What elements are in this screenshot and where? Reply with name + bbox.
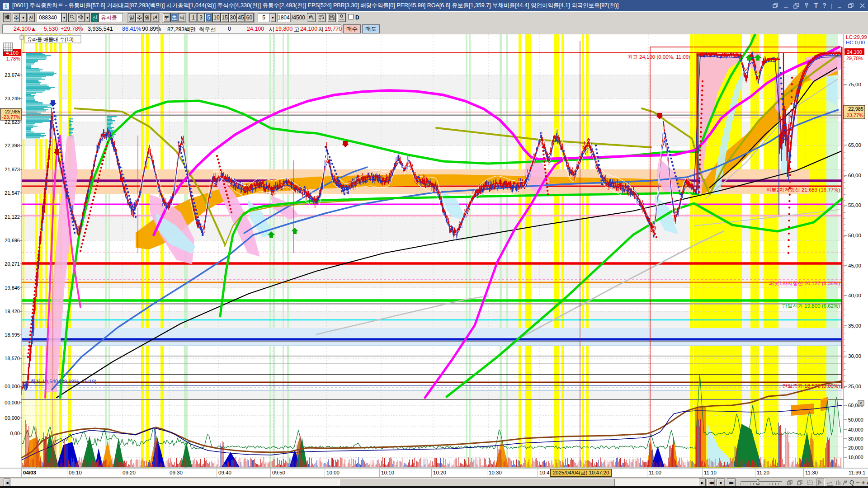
svg-text:22,985: 22,985 bbox=[5, 109, 20, 114]
svg-text:65,00: 65,00 bbox=[848, 142, 861, 148]
svg-text:피봇1차저항선 20,127 (8,38%): 피봇1차저항선 20,127 (8,38%) bbox=[769, 281, 840, 286]
svg-text:18,995: 18,995 bbox=[5, 332, 20, 338]
svg-text:00,000: 00,000 bbox=[5, 384, 20, 389]
svg-text:0,00: 0,00 bbox=[10, 431, 20, 436]
svg-text:25,00: 25,00 bbox=[848, 384, 861, 389]
svg-text:22,985: 22,985 bbox=[848, 106, 863, 112]
svg-text:75,00: 75,00 bbox=[848, 82, 861, 87]
svg-text:00,000: 00,000 bbox=[5, 415, 20, 421]
svg-text:24,100: 24,100 bbox=[847, 49, 862, 55]
svg-text:19,846: 19,846 bbox=[5, 285, 20, 291]
svg-text:18,570: 18,570 bbox=[5, 356, 20, 361]
svg-text:21,973: 21,973 bbox=[5, 167, 20, 172]
svg-text:-23,77%: -23,77% bbox=[845, 113, 863, 118]
svg-text:HC:0,00: HC:0,00 bbox=[846, 40, 865, 45]
svg-text:x: x bbox=[860, 401, 862, 405]
svg-text:당일시가 19,800 (6,62%): 당일시가 19,800 (6,62%) bbox=[782, 303, 840, 309]
svg-text:60,00: 60,00 bbox=[848, 173, 861, 178]
svg-text:55,00: 55,00 bbox=[848, 202, 861, 208]
svg-text:10,000: 10,000 bbox=[848, 455, 863, 460]
svg-text:23,674: 23,674 bbox=[5, 72, 20, 78]
svg-text:30,000: 30,000 bbox=[848, 436, 863, 441]
svg-text:23,249: 23,249 bbox=[5, 96, 20, 101]
svg-text:전일종가 18,570 (0,00%): 전일종가 18,570 (0,00%) bbox=[782, 383, 840, 389]
svg-text:30,00: 30,00 bbox=[848, 353, 861, 359]
svg-text:20,271: 20,271 bbox=[5, 261, 20, 267]
svg-text:-23,77%: -23,77% bbox=[2, 114, 20, 120]
svg-text:22,398: 22,398 bbox=[5, 143, 20, 148]
svg-text:21,122: 21,122 bbox=[5, 214, 20, 220]
svg-text:피봇2차저항선 21,683 (16,77%): 피봇2차저항선 21,683 (16,77%) bbox=[766, 187, 840, 192]
svg-text:40,000: 40,000 bbox=[848, 427, 863, 432]
svg-text:45,00: 45,00 bbox=[848, 263, 861, 268]
svg-text:최고 24,100 (0,00%, 11:09): 최고 24,100 (0,00%, 11:09) bbox=[627, 54, 690, 60]
svg-text:00,000: 00,000 bbox=[5, 400, 20, 405]
svg-text:29,78%: 29,78% bbox=[846, 56, 863, 61]
svg-text:20,696: 20,696 bbox=[5, 238, 20, 243]
svg-text:LC:29,99: LC:29,99 bbox=[846, 34, 867, 40]
svg-text:1,78%: 1,78% bbox=[6, 56, 20, 61]
svg-text:50,00: 50,00 bbox=[848, 233, 861, 238]
svg-text:19,420: 19,420 bbox=[5, 309, 20, 314]
svg-text:유라클 매물대 수(13): 유라클 매물대 수(13) bbox=[27, 37, 74, 42]
svg-text:21,547: 21,547 bbox=[5, 190, 20, 196]
svg-text:50,000: 50,000 bbox=[848, 417, 863, 422]
svg-text:20,000: 20,000 bbox=[848, 445, 863, 450]
svg-text:40,00: 40,00 bbox=[848, 293, 861, 298]
svg-text:최저 18,540 (29,99%, 15:19): 최저 18,540 (29,99%, 15:19) bbox=[30, 379, 97, 384]
svg-text:35,00: 35,00 bbox=[848, 323, 861, 328]
